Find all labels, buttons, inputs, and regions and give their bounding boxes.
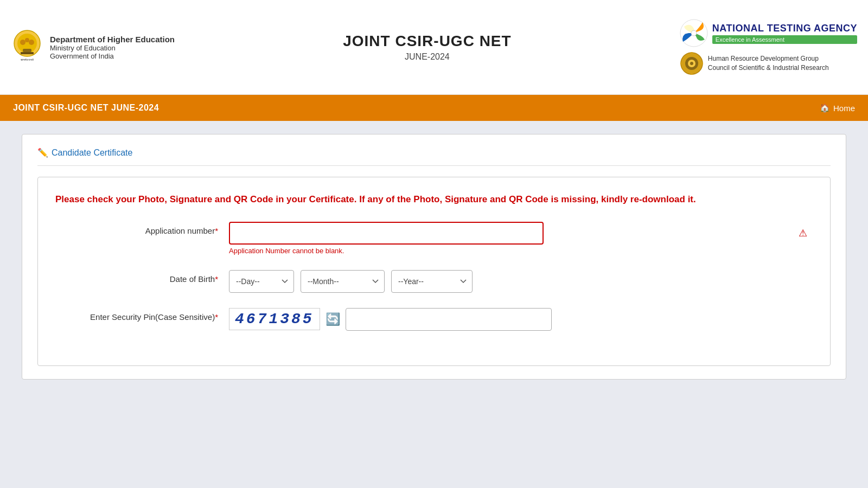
svg-point-17: [690, 62, 693, 65]
csir-line1: Human Resource Development Group: [708, 54, 829, 63]
dob-required-star: *: [215, 274, 218, 284]
application-number-error: Application Number cannot be blank.: [229, 247, 813, 255]
csir-text-block: Human Resource Development Group Council…: [708, 54, 829, 73]
svg-rect-14: [680, 62, 684, 65]
input-error-icon: ⚠: [799, 227, 807, 239]
captcha-image: 4671385: [229, 308, 320, 330]
dob-selects: --Day-- --Month-- --Year--: [229, 270, 813, 293]
svg-point-7: [25, 38, 29, 42]
header-left: सत्यमेव जयते Department of Higher Educat…: [11, 28, 175, 66]
security-pin-input[interactable]: [346, 308, 552, 331]
svg-rect-3: [21, 52, 34, 54]
edit-icon: ✏️: [37, 147, 48, 158]
home-label: Home: [833, 104, 855, 113]
dob-year-select[interactable]: --Year--: [391, 270, 473, 293]
main-content: ✏️ Candidate Certificate Please check yo…: [0, 121, 868, 393]
application-number-control: ⚠ Application Number cannot be blank.: [229, 222, 813, 255]
nta-tagline: Excellence in Assessment: [712, 35, 857, 44]
dob-label: Date of Birth*: [55, 270, 229, 284]
govt-name: Government of India: [50, 52, 175, 60]
security-pin-required-star: *: [215, 312, 218, 322]
header-center: JOINT CSIR-UGC NET JUNE-2024: [343, 33, 511, 62]
svg-rect-15: [699, 62, 703, 65]
outer-card: ✏️ Candidate Certificate Please check yo…: [22, 134, 846, 380]
home-icon: 🏠: [820, 103, 830, 113]
dob-month-select[interactable]: --Month--: [301, 270, 385, 293]
navbar: JOINT CSIR-UGC NET JUNE-2024 🏠 Home: [0, 95, 868, 121]
page-header: सत्यमेव जयते Department of Higher Educat…: [0, 0, 868, 95]
refresh-captcha-icon[interactable]: 🔄: [326, 312, 340, 326]
svg-point-5: [20, 40, 25, 45]
card-header: ✏️ Candidate Certificate: [37, 147, 831, 166]
svg-rect-2: [23, 49, 31, 52]
candidate-certificate-label: Candidate Certificate: [52, 148, 132, 158]
nta-pinwheel-icon: [680, 19, 708, 47]
security-pin-label: Enter Security Pin(Case Sensitive)*: [55, 308, 229, 322]
csir-line2: Council of Scientific & Industrial Resea…: [708, 63, 829, 73]
svg-text:सत्यमेव जयते: सत्यमेव जयते: [20, 58, 34, 61]
svg-rect-13: [691, 71, 693, 75]
security-pin-row: Enter Security Pin(Case Sensitive)* 4671…: [55, 308, 813, 331]
captcha-area: 4671385 🔄: [229, 308, 813, 331]
nta-name: NATIONAL TESTING AGENCY: [712, 23, 857, 34]
application-number-label: Application number*: [55, 222, 229, 235]
application-number-input[interactable]: [229, 222, 544, 245]
nta-logo-area: NATIONAL TESTING AGENCY Excellence in As…: [680, 19, 857, 75]
exam-sub-title: JUNE-2024: [343, 52, 511, 62]
header-right: NATIONAL TESTING AGENCY Excellence in As…: [680, 19, 857, 75]
svg-point-6: [29, 40, 34, 45]
security-pin-control: 4671385 🔄: [229, 308, 813, 331]
govt-emblem-icon: सत्यमेव जयते: [11, 28, 43, 66]
csir-logo-icon: [680, 52, 704, 75]
application-number-row: Application number* ⚠ Application Number…: [55, 222, 813, 255]
home-link[interactable]: 🏠 Home: [820, 103, 855, 113]
candidate-certificate-link[interactable]: ✏️ Candidate Certificate: [37, 147, 831, 158]
svg-point-9: [691, 30, 697, 36]
csir-bottom: Human Resource Development Group Council…: [680, 52, 829, 75]
warning-message: Please check your Photo, Signature and Q…: [55, 192, 813, 207]
nta-text-block: NATIONAL TESTING AGENCY Excellence in As…: [712, 23, 857, 44]
dob-row: Date of Birth* --Day-- --Month-- --Year-…: [55, 270, 813, 293]
inner-card: Please check your Photo, Signature and Q…: [37, 177, 831, 366]
captcha-text: 4671385: [235, 311, 314, 328]
dept-text-block: Department of Higher Education Ministry …: [50, 35, 175, 60]
dept-name: Department of Higher Education: [50, 35, 175, 44]
ministry-name: Ministry of Education: [50, 44, 175, 52]
svg-rect-12: [691, 52, 693, 56]
dob-control: --Day-- --Month-- --Year--: [229, 270, 813, 293]
exam-main-title: JOINT CSIR-UGC NET: [343, 33, 511, 50]
navbar-title: JOINT CSIR-UGC NET JUNE-2024: [13, 103, 159, 113]
application-number-input-wrap: ⚠: [229, 222, 813, 245]
required-star: *: [215, 226, 218, 235]
dob-day-select[interactable]: --Day--: [229, 270, 294, 293]
